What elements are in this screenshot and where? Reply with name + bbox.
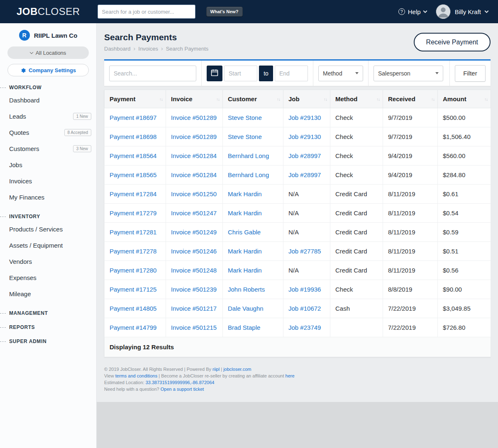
column-header-customer[interactable]: Customer↑↓ — [223, 90, 283, 108]
job-link[interactable]: Job #29130 — [288, 114, 321, 121]
invoice-link[interactable]: Invoice #501250 — [171, 190, 217, 197]
invoice-link[interactable]: Invoice #501248 — [171, 267, 217, 274]
breadcrumb-item[interactable]: Invoices — [138, 46, 158, 52]
invoice-link[interactable]: Invoice #501284 — [171, 171, 217, 178]
payment-link[interactable]: Payment #18564 — [110, 152, 156, 159]
column-header-invoice[interactable]: Invoice↑↓ — [166, 90, 223, 108]
customer-link[interactable]: Mark Hardin — [228, 267, 262, 274]
invoice-link[interactable]: Invoice #501239 — [171, 286, 217, 293]
sidebar-item-vendors[interactable]: Vendors — [0, 253, 96, 270]
job-link[interactable]: Job #23749 — [288, 324, 321, 331]
customer-link[interactable]: Chris Gable — [228, 229, 261, 236]
sidebar-item-my-finances[interactable]: My Finances — [0, 189, 96, 205]
job-link[interactable]: Job #28997 — [288, 152, 321, 159]
payments-search-input[interactable] — [109, 66, 196, 81]
job-link[interactable]: Job #27785 — [288, 248, 321, 255]
job-link[interactable]: Job #19936 — [288, 286, 321, 293]
sidebar-item-assets-equipment[interactable]: Assets / Equipment — [0, 237, 96, 253]
sidebar-item-customers[interactable]: Customers3 New — [0, 141, 96, 157]
payment-link[interactable]: Payment #17281 — [110, 229, 156, 236]
column-header-job[interactable]: Job↑↓ — [283, 90, 330, 108]
salesperson-select[interactable]: Salesperson — [374, 66, 443, 81]
invoice-link[interactable]: Invoice #501215 — [171, 324, 217, 331]
invoice-link[interactable]: Invoice #501247 — [171, 209, 217, 217]
sort-icon[interactable]: ↑↓ — [431, 97, 435, 101]
location-link[interactable]: 33.387315199999996,-86.872064 — [146, 380, 215, 385]
sidebar-item-expenses[interactable]: Expenses — [0, 270, 96, 286]
all-locations-dropdown[interactable]: All Locations — [7, 46, 89, 59]
sort-icon[interactable]: ↑↓ — [277, 97, 280, 101]
nav-section-workflow[interactable]: WORKFLOW — [0, 85, 96, 90]
sidebar-item-jobs[interactable]: Jobs — [0, 157, 96, 173]
support-ticket-link[interactable]: Open a support ticket — [161, 387, 204, 392]
nav-section-inventory[interactable]: INVENTORY — [0, 214, 96, 219]
payment-link[interactable]: Payment #14799 — [110, 324, 156, 331]
end-date-input[interactable] — [275, 66, 308, 81]
customer-link[interactable]: Bernhard Long — [228, 171, 269, 178]
payment-link[interactable]: Payment #18565 — [110, 171, 156, 178]
column-header-received[interactable]: Received↑↓ — [383, 90, 438, 108]
invoice-link[interactable]: Invoice #501289 — [171, 133, 217, 140]
start-date-input[interactable] — [224, 66, 257, 81]
payment-link[interactable]: Payment #17284 — [110, 190, 156, 197]
customer-link[interactable]: Mark Hardin — [228, 209, 262, 217]
sidebar-item-dashboard[interactable]: Dashboard — [0, 92, 96, 108]
job-link[interactable]: Job #29130 — [288, 133, 321, 140]
customer-link[interactable]: Dale Vaughn — [228, 305, 264, 312]
payment-link[interactable]: Payment #17125 — [110, 286, 156, 293]
payment-link[interactable]: Payment #17279 — [110, 209, 156, 217]
sort-icon[interactable]: ↑↓ — [216, 97, 220, 101]
sort-icon[interactable]: ↑↓ — [159, 97, 163, 101]
filter-button[interactable]: Filter — [455, 65, 486, 82]
breadcrumb-item[interactable]: Dashboard — [104, 46, 131, 52]
customer-link[interactable]: Steve Stone — [228, 114, 262, 121]
riipl-link[interactable]: riipl — [212, 367, 220, 372]
sidebar-item-leads[interactable]: Leads1 New — [0, 108, 96, 124]
customer-link[interactable]: Mark Hardin — [228, 190, 262, 197]
sidebar-item-mileage[interactable]: Mileage — [0, 286, 96, 302]
payment-link[interactable]: Payment #17280 — [110, 267, 156, 274]
help-menu[interactable]: ? Help — [398, 8, 427, 15]
customer-link[interactable]: Steve Stone — [228, 133, 262, 140]
terms-link[interactable]: terms and conditions — [115, 373, 158, 378]
nav-section-reports[interactable]: REPORTS — [0, 324, 96, 330]
invoice-link[interactable]: Invoice #501249 — [171, 229, 217, 236]
affiliate-here-link[interactable]: here — [286, 373, 295, 378]
global-search-input[interactable] — [98, 5, 195, 19]
customer-link[interactable]: John Roberts — [228, 286, 265, 293]
job-link[interactable]: Job #28997 — [288, 171, 321, 178]
sidebar-item-products-services[interactable]: Products / Services — [0, 221, 96, 237]
job-link[interactable]: Job #10672 — [288, 305, 321, 312]
sort-icon[interactable]: ↑↓ — [324, 97, 327, 101]
method-select[interactable]: Method — [318, 66, 363, 81]
invoice-link[interactable]: Invoice #501289 — [171, 114, 217, 121]
customer-link[interactable]: Bernhard Long — [228, 152, 269, 159]
customer-link[interactable]: Mark Hardin — [228, 248, 262, 255]
copyright-text: © 2019 JobCloser. All Rights Reserved | … — [104, 367, 212, 372]
user-menu[interactable]: Billy Kraft — [436, 4, 488, 19]
invoice-link[interactable]: Invoice #501217 — [171, 305, 217, 312]
jobcloser-logo[interactable]: JOBCLOSER — [17, 6, 80, 17]
payment-link[interactable]: Payment #14805 — [110, 305, 156, 312]
company-selector[interactable]: R RIIPL Lawn Co — [0, 30, 96, 41]
column-header-amount[interactable]: Amount↑↓ — [438, 90, 491, 108]
jobcloser-site-link[interactable]: jobcloser.com — [223, 367, 251, 372]
column-header-method[interactable]: Method↑↓ — [330, 90, 383, 108]
column-header-payment[interactable]: Payment↑↓ — [105, 90, 166, 108]
nav-section-management[interactable]: MANAGEMENT — [0, 310, 96, 316]
payment-link[interactable]: Payment #18697 — [110, 114, 156, 121]
nav-section-super-admin[interactable]: SUPER ADMIN — [0, 338, 96, 344]
whats-new-button[interactable]: What's New? — [206, 7, 243, 17]
invoice-link[interactable]: Invoice #501246 — [171, 248, 217, 255]
payment-link[interactable]: Payment #18698 — [110, 133, 156, 140]
calendar-button[interactable] — [207, 66, 222, 81]
sort-icon[interactable]: ↑↓ — [376, 97, 380, 101]
receive-payment-button[interactable]: Receive Payment — [414, 33, 491, 51]
invoice-link[interactable]: Invoice #501284 — [171, 152, 217, 159]
sidebar-item-quotes[interactable]: Quotes8 Accepted — [0, 124, 96, 141]
customer-link[interactable]: Brad Staple — [228, 324, 260, 331]
payment-link[interactable]: Payment #17278 — [110, 248, 156, 255]
sort-icon[interactable]: ↑↓ — [484, 97, 488, 101]
sidebar-item-invoices[interactable]: Invoices — [0, 173, 96, 189]
company-settings-button[interactable]: Company Settings — [7, 64, 89, 76]
